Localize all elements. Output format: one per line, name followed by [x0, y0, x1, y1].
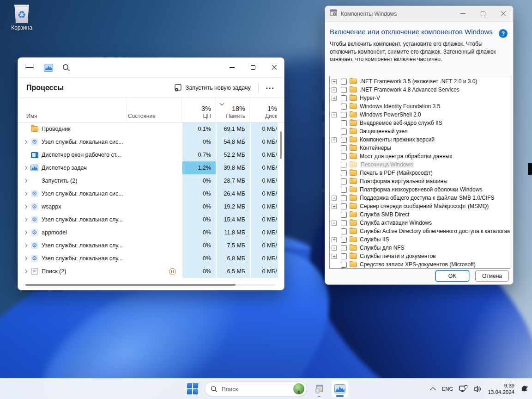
- feature-item[interactable]: Мост для центра обработки данных: [330, 152, 510, 160]
- search-icon[interactable]: [62, 64, 70, 72]
- recycle-bin[interactable]: ♻ Корзина: [4, 5, 40, 31]
- help-button[interactable]: ?: [499, 29, 508, 38]
- tree-expand-icon[interactable]: +: [332, 254, 337, 259]
- tree-expand-icon[interactable]: +: [332, 204, 337, 209]
- column-header-memory[interactable]: 18% Память: [216, 98, 250, 122]
- feature-item[interactable]: +Службы IIS: [330, 235, 510, 244]
- tree-expand-icon[interactable]: +: [332, 137, 337, 142]
- feature-checkbox[interactable]: [341, 237, 347, 243]
- expand-chevron-icon[interactable]: [22, 141, 29, 143]
- feature-checkbox[interactable]: [341, 112, 347, 118]
- feature-checkbox[interactable]: [341, 178, 347, 184]
- expand-chevron-icon[interactable]: [22, 257, 29, 260]
- table-row[interactable]: Проводник0,1%69,1 МБ0 МБ/: [18, 123, 284, 135]
- expand-chevron-icon[interactable]: [22, 270, 29, 273]
- expand-chevron-icon[interactable]: [22, 192, 29, 195]
- feature-item[interactable]: +.NET Framework 3.5 (включает .NET 2.0 и…: [330, 77, 510, 86]
- tree-expand-icon[interactable]: +: [332, 112, 337, 117]
- feature-checkbox[interactable]: [341, 203, 347, 209]
- table-row[interactable]: ✕Поиск (2)0%6,5 МБ0 МБ/: [18, 265, 284, 278]
- feature-item[interactable]: +Службы печати и документов: [330, 252, 510, 260]
- table-row[interactable]: Диспетчер задач1,2%39,8 МБ0 МБ/: [18, 161, 284, 174]
- expand-chevron-icon[interactable]: [22, 244, 29, 247]
- taskbar-search[interactable]: Поиск: [205, 381, 307, 396]
- feature-checkbox[interactable]: [341, 162, 347, 168]
- feature-checkbox[interactable]: [341, 137, 347, 143]
- feature-item[interactable]: +Компоненты прежних версий: [330, 135, 510, 144]
- column-header-name[interactable]: Имя: [18, 98, 127, 122]
- start-button[interactable]: [184, 380, 201, 398]
- feature-item[interactable]: Защищенный узел: [330, 127, 510, 135]
- feature-checkbox[interactable]: [341, 95, 347, 101]
- tree-expand-icon[interactable]: +: [332, 237, 337, 242]
- feature-item[interactable]: +.NET Framework 4.8 Advanced Services: [330, 86, 510, 94]
- feature-checkbox[interactable]: [341, 153, 347, 160]
- feature-checkbox[interactable]: [341, 212, 347, 218]
- minimize-button[interactable]: [456, 9, 470, 19]
- feature-item[interactable]: Средство записи XPS-документов (Microsof…: [330, 260, 510, 269]
- dialog-titlebar[interactable]: Компоненты Windows: [325, 6, 513, 22]
- task-manager-titlebar[interactable]: [18, 58, 284, 77]
- do-not-disturb-bell-icon[interactable]: z: [520, 385, 528, 393]
- network-icon[interactable]: [459, 385, 467, 393]
- maximize-button[interactable]: [246, 61, 260, 74]
- feature-item[interactable]: Платформа виртуальной машины: [330, 177, 510, 185]
- language-indicator[interactable]: ENG: [442, 386, 453, 392]
- tree-expand-icon[interactable]: +: [332, 196, 337, 201]
- feature-checkbox[interactable]: [341, 245, 347, 251]
- run-new-task-button[interactable]: Запустить новую задачу: [170, 81, 255, 94]
- table-row[interactable]: ⚙Узел службы: локальная сис...0%54,8 МБ0…: [18, 135, 284, 148]
- feature-item[interactable]: Контейнеры: [330, 144, 510, 152]
- feature-item[interactable]: Внедряемое веб-ядро служб IIS: [330, 119, 510, 127]
- table-row[interactable]: ⚙wsappx0%19,2 МБ0 МБ/: [18, 200, 284, 213]
- volume-icon[interactable]: [473, 386, 482, 393]
- feature-item[interactable]: Песочница Windows: [330, 160, 510, 169]
- column-header-cpu[interactable]: 3% ЦП: [181, 98, 216, 122]
- minimize-button[interactable]: [225, 61, 239, 74]
- feature-item[interactable]: Служба SMB Direct: [330, 210, 510, 219]
- table-row[interactable]: ⚙appmodel0%11,8 МБ0 МБ/: [18, 226, 284, 239]
- table-row[interactable]: ⚙Узел службы: локальная слу...0%15,4 МБ0…: [18, 213, 284, 226]
- feature-checkbox[interactable]: [341, 87, 347, 93]
- close-button[interactable]: [496, 9, 510, 19]
- column-header-disk[interactable]: 1% Диск: [250, 98, 278, 122]
- cancel-button[interactable]: Отмена: [475, 270, 509, 282]
- taskbar-item-task-manager[interactable]: [331, 380, 349, 398]
- search-highlight-image[interactable]: [293, 383, 304, 394]
- feature-checkbox[interactable]: [341, 79, 347, 85]
- table-row[interactable]: ⚙Узел службы: локальная слу...0%7,5 МБ0 …: [18, 239, 284, 252]
- vertical-scrollbar[interactable]: [280, 125, 282, 282]
- feature-item[interactable]: Windows Identity Foundation 3.5: [330, 102, 510, 110]
- feature-checkbox[interactable]: [341, 170, 347, 176]
- feature-checkbox[interactable]: [341, 145, 347, 151]
- feature-checkbox[interactable]: [341, 129, 347, 135]
- feature-checkbox[interactable]: [341, 228, 347, 234]
- scrollbar-thumb[interactable]: [25, 284, 236, 286]
- feature-item[interactable]: +Поддержка общего доступа к файлам SMB 1…: [330, 194, 510, 202]
- feature-checkbox[interactable]: [341, 220, 347, 226]
- feature-checkbox[interactable]: [341, 120, 347, 126]
- feature-item[interactable]: +Служба активации Windows: [330, 219, 510, 227]
- tree-expand-icon[interactable]: +: [332, 246, 337, 251]
- feature-item[interactable]: +Сервер очереди сообщений Майкрософт (MS…: [330, 202, 510, 210]
- tree-expand-icon[interactable]: +: [332, 96, 337, 101]
- feature-checkbox[interactable]: [341, 262, 347, 268]
- feature-item[interactable]: Службы Active Directory облегченного дос…: [330, 227, 510, 235]
- feature-item[interactable]: +Windows PowerShell 2.0: [330, 110, 510, 119]
- feature-item[interactable]: Печать в PDF (Майкрософт): [330, 169, 510, 177]
- tree-expand-icon[interactable]: +: [332, 221, 337, 226]
- maximize-button[interactable]: [476, 9, 490, 19]
- table-row[interactable]: ⚙Узел службы: локальная сис...0%26,4 МБ0…: [18, 187, 284, 200]
- feature-checkbox[interactable]: [341, 253, 347, 259]
- feature-item[interactable]: +Службы для NFS: [330, 244, 510, 252]
- column-header-status[interactable]: Состояние: [127, 98, 181, 122]
- feature-checkbox[interactable]: [341, 104, 347, 110]
- feature-item[interactable]: +Hyper-V: [330, 94, 510, 102]
- feature-item[interactable]: Платформа низкоуровневой оболочки Window…: [330, 185, 510, 194]
- more-options-button[interactable]: ...: [261, 81, 279, 94]
- expand-chevron-icon[interactable]: [22, 166, 29, 169]
- tree-expand-icon[interactable]: +: [332, 79, 337, 84]
- tree-expand-icon[interactable]: +: [332, 87, 337, 92]
- close-button[interactable]: [267, 61, 281, 74]
- feature-checkbox[interactable]: [341, 187, 347, 193]
